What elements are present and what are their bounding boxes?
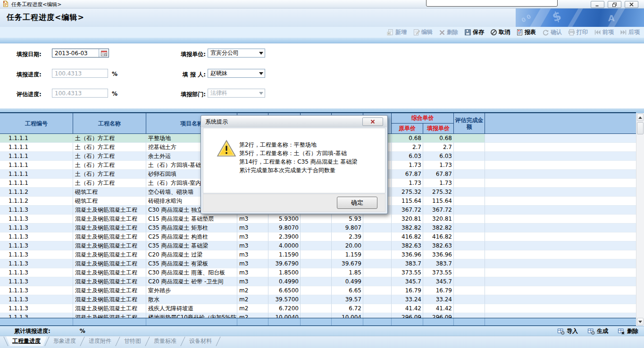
table-cell: [301, 313, 332, 318]
table-cell: [363, 295, 392, 304]
tab-progress-attachments[interactable]: 进度附件: [83, 336, 117, 346]
table-cell: 混凝土及钢筋混凝土工程: [73, 224, 146, 232]
header-filler: [485, 113, 636, 134]
table-row[interactable]: 1.1.1.3混凝土及钢筋混凝土工程C35 商品混凝土 基础梁m34.00002…: [0, 241, 636, 250]
chevron-down-icon: [259, 92, 263, 95]
table-cell: C15 商品混凝土 基础垫层: [146, 215, 237, 224]
restore-button[interactable]: [608, 1, 621, 8]
report-unit-combo[interactable]: 宜宾分公司: [208, 49, 265, 58]
table-cell: [301, 224, 332, 232]
table-cell: [363, 241, 392, 250]
table-cell: 土（石）方工程: [73, 143, 146, 152]
report-date-field[interactable]: 2013-06-03: [52, 49, 109, 58]
table-cell: 296.09: [423, 313, 454, 318]
titlebar-overlay-box: [426, 0, 558, 7]
toolbar-button-cancel[interactable]: 取消: [488, 28, 512, 37]
arrow-down-icon: [638, 321, 642, 323]
table-cell: [454, 179, 485, 188]
table-cell: 混凝土及钢筋混凝土工程: [73, 250, 146, 259]
report-unit-label: 填报单位:: [170, 50, 206, 58]
table-row[interactable]: 1.1.1.3混凝土及钢筋混凝土工程C35 商品混凝土 有梁板m339.6790…: [0, 259, 636, 268]
toolbar-button-save[interactable]: 保存: [462, 28, 486, 37]
table-row[interactable]: 1.1.1.3混凝土及钢筋混凝土工程C20 商品混凝土 过梁m31.15901.…: [0, 250, 636, 259]
table-cell: 9.8070: [268, 224, 301, 232]
table-cell: 1.1.1.1: [0, 179, 73, 188]
table-cell: 0.68: [423, 134, 454, 143]
table-row[interactable]: 1.1.1.3混凝土及钢筋混凝土工程C30 商品混凝土 雨蓬、阳台板m31.85…: [0, 268, 636, 277]
table-cell: 0.4990: [268, 277, 301, 286]
calendar-icon: [100, 50, 108, 57]
table-row[interactable]: 1.1.1.3混凝土及钢筋混凝土工程楼地面垫层C10商品砼（内加5%防水剂）m2…: [0, 313, 636, 318]
table-cell: 1.1590: [268, 250, 301, 259]
table-row[interactable]: 1.1.1.3混凝土及钢筋混凝土工程C15 商品混凝土 基础垫层m35.9300…: [0, 215, 636, 224]
table-cell: 1.1.1.1: [0, 170, 73, 179]
minimize-button[interactable]: [591, 1, 604, 8]
tab-gantt-chart[interactable]: 甘特图: [118, 336, 147, 346]
scrollbar-thumb[interactable]: [637, 122, 644, 134]
table-cell: 1.1.1.3: [0, 215, 73, 224]
remove-button[interactable]: 删除: [618, 327, 638, 335]
table-cell: 383.7: [392, 259, 423, 268]
table-cell: C35 商品混凝土 矩形柱: [146, 224, 237, 232]
table-row[interactable]: 1.1.1.3混凝土及钢筋混凝土工程C35 商品混凝土 矩形柱m39.80709…: [0, 224, 636, 232]
table-row[interactable]: 1.1.1.3混凝土及钢筋混凝土工程残疾人无障碍坡道m26.72006.7241…: [0, 304, 636, 313]
table-cell: 20.00: [332, 241, 363, 250]
toolbar-button-print: 打印: [566, 28, 590, 37]
table-row[interactable]: 1.1.1.3混凝土及钢筋混凝土工程散水m239.570039.5733.243…: [0, 295, 636, 304]
table-cell: m3: [237, 259, 268, 268]
close-button[interactable]: [625, 1, 638, 8]
tab-quality-standard[interactable]: 质量标准: [148, 336, 183, 346]
table-row[interactable]: 1.1.1.3混凝土及钢筋混凝土工程C20 商品混凝土 砼带 -卫生间m30.4…: [0, 277, 636, 286]
dialog-close-button[interactable]: [362, 117, 383, 126]
table-cell: m2: [237, 295, 268, 304]
date-picker-button[interactable]: [99, 49, 109, 57]
table-cell: 16.79: [423, 286, 454, 295]
table-cell: [485, 134, 636, 143]
table-cell: 373.55: [423, 268, 454, 277]
table-cell: 115.64: [423, 197, 454, 206]
vertical-scrollbar[interactable]: [636, 113, 644, 326]
table-cell: [485, 295, 636, 304]
table-cell: 散水: [146, 295, 237, 304]
table-cell: C35 商品混凝土 有梁板: [146, 259, 237, 268]
table-cell: 41.42: [423, 304, 454, 313]
table-cell: 39.5700: [268, 295, 301, 304]
edit-form: 填报日期: 2013-06-03 填报进度: 100.4313 % 评估进度: …: [0, 43, 644, 108]
table-cell: [301, 232, 332, 241]
toolbar-edge: [0, 38, 644, 43]
tab-equipment-materials[interactable]: 设备材料: [183, 336, 218, 346]
table-cell: [485, 241, 636, 250]
table-cell: [454, 188, 485, 197]
table-cell: 320.81: [392, 215, 423, 224]
table-cell: 混凝土及钢筋混凝土工程: [73, 313, 146, 318]
table-cell: [363, 232, 392, 241]
toolbar-button-report[interactable]: 报表: [514, 28, 538, 37]
table-cell: 混凝土及钢筋混凝土工程: [73, 259, 146, 268]
window-titlebar: 任务工程进度<编辑>: [0, 0, 644, 8]
dialog-ok-button[interactable]: 确定: [337, 197, 377, 209]
generate-button[interactable]: 生成: [587, 327, 608, 335]
table-cell: 382.63: [392, 241, 423, 250]
import-button[interactable]: 导入: [557, 327, 578, 335]
cumulative-progress-label: 累计填报进度:: [14, 327, 50, 335]
table-cell: [363, 215, 392, 224]
toolbar-button-label: 确认: [551, 28, 562, 36]
tab-image-progress[interactable]: 形象进度: [47, 336, 82, 346]
table-cell: [363, 250, 392, 259]
tab-quantity-progress[interactable]: 工程量进度: [6, 336, 47, 346]
table-cell: [485, 188, 636, 197]
scrollbar-down-button[interactable]: [637, 318, 644, 325]
toolbar: 新增编辑删除保存取消报表确认打印前项后项: [0, 27, 644, 38]
reporter-combo[interactable]: 赵晓妹: [208, 69, 265, 78]
table-row[interactable]: 1.1.1.3混凝土及钢筋混凝土工程室外踏步m26.65006.6516.791…: [0, 286, 636, 295]
table-cell: 416.82: [392, 232, 423, 241]
table-cell: m2: [237, 313, 268, 318]
table-cell: [454, 134, 485, 143]
table-cell: 1.1.1.3: [0, 250, 73, 259]
table-cell: 345.7: [392, 277, 423, 286]
table-cell: 39.679: [332, 259, 363, 268]
scrollbar-up-button[interactable]: [637, 114, 644, 121]
table-row[interactable]: 1.1.1.3混凝土及钢筋混凝土工程C25 商品混凝土 构造柱m32.39002…: [0, 232, 636, 241]
prev-icon: [594, 29, 601, 36]
app-icon: [2, 0, 9, 7]
